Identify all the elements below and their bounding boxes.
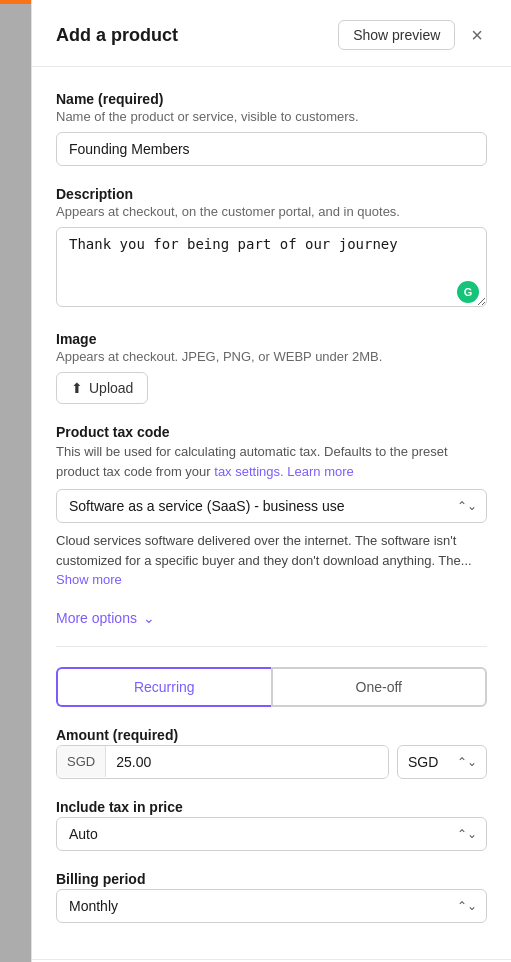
chevron-down-icon: ⌄ (143, 610, 155, 626)
tax-in-price-select-wrapper: Auto ⌃⌄ (56, 817, 487, 851)
billing-period-select-wrapper: Monthly ⌃⌄ (56, 889, 487, 923)
name-field-group: Name (required) Name of the product or s… (56, 91, 487, 166)
image-label: Image (56, 331, 487, 347)
description-field-group: Description Appears at checkout, on the … (56, 186, 487, 311)
currency-select-wrapper: SGD ⌃⌄ (397, 745, 487, 779)
description-textarea[interactable] (56, 227, 487, 307)
image-hint: Appears at checkout. JPEG, PNG, or WEBP … (56, 349, 487, 364)
tax-code-select[interactable]: Software as a service (SaaS) - business … (56, 489, 487, 523)
billing-period-field-group: Billing period Monthly ⌃⌄ (56, 871, 487, 923)
modal-footer: Cancel Add product (32, 959, 511, 963)
show-preview-button[interactable]: Show preview (338, 20, 455, 50)
currency-select[interactable]: SGD (397, 745, 487, 779)
close-button[interactable]: × (467, 23, 487, 47)
amount-row: SGD SGD ⌃⌄ (56, 745, 487, 779)
upload-icon: ⬆ (71, 380, 83, 396)
recurring-tab[interactable]: Recurring (56, 667, 271, 707)
left-sidebar (0, 0, 31, 962)
modal-header-right: Show preview × (338, 20, 487, 50)
billing-period-select[interactable]: Monthly (56, 889, 487, 923)
pricing-tab-row: Recurring One-off (56, 667, 487, 707)
modal-title: Add a product (56, 25, 178, 46)
add-product-modal: Add a product Show preview × Name (requi… (31, 0, 511, 962)
tax-in-price-field-group: Include tax in price Auto ⌃⌄ (56, 799, 487, 851)
top-bar-accent (0, 0, 31, 4)
description-label: Description (56, 186, 487, 202)
tax-in-price-select[interactable]: Auto (56, 817, 487, 851)
amount-currency-label: SGD (57, 746, 106, 777)
name-label: Name (required) (56, 91, 487, 107)
grammarly-icon: G (457, 281, 479, 303)
tax-code-field-group: Product tax code This will be used for c… (56, 424, 487, 590)
section-divider (56, 646, 487, 647)
name-hint: Name of the product or service, visible … (56, 109, 487, 124)
image-field-group: Image Appears at checkout. JPEG, PNG, or… (56, 331, 487, 404)
name-input[interactable] (56, 132, 487, 166)
more-options-toggle[interactable]: More options ⌄ (56, 610, 487, 626)
description-hint: Appears at checkout, on the customer por… (56, 204, 487, 219)
amount-field-group: Amount (required) SGD SGD ⌃⌄ (56, 727, 487, 779)
tax-settings-link[interactable]: tax settings. (214, 464, 283, 479)
amount-input-wrapper: SGD (56, 745, 389, 779)
upload-label: Upload (89, 380, 133, 396)
description-textarea-wrapper: G (56, 227, 487, 311)
show-more-link[interactable]: Show more (56, 572, 122, 587)
billing-period-label: Billing period (56, 871, 487, 887)
oneoff-tab[interactable]: One-off (271, 667, 488, 707)
upload-button[interactable]: ⬆ Upload (56, 372, 148, 404)
amount-label: Amount (required) (56, 727, 487, 743)
modal-body: Name (required) Name of the product or s… (32, 67, 511, 959)
modal-header: Add a product Show preview × (32, 0, 511, 67)
tax-in-price-label: Include tax in price (56, 799, 487, 815)
tax-code-hint: This will be used for calculating automa… (56, 442, 487, 481)
tax-code-label: Product tax code (56, 424, 487, 440)
more-options-label: More options (56, 610, 137, 626)
learn-more-link[interactable]: Learn more (287, 464, 353, 479)
amount-value-input[interactable] (106, 746, 388, 778)
tax-description: Cloud services software delivered over t… (56, 531, 487, 590)
tax-code-select-wrapper: Software as a service (SaaS) - business … (56, 489, 487, 523)
